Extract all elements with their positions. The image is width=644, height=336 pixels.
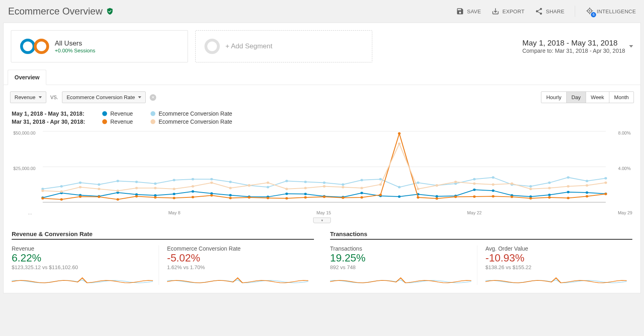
svg-point-40 [116,180,119,182]
svg-point-60 [492,176,495,178]
granularity-week[interactable]: Week [586,92,609,103]
export-button[interactable]: EXPORT [491,7,524,15]
svg-point-45 [210,178,213,180]
chart-legend: May 1, 2018 - May 31, 2018: Revenue Ecom… [4,110,640,129]
svg-point-22 [360,192,363,194]
svg-point-128 [605,182,607,184]
vs-label: VS. [50,95,58,100]
date-range-picker[interactable]: May 1, 2018 - May 31, 2018 Compare to: M… [522,39,633,54]
metric-card[interactable]: Revenue6.22%$123,325.12 vs $116,102.60 [12,245,159,285]
metric-card[interactable]: Avg. Order Value-10.93%$138.26 vs $155.2… [485,245,632,285]
svg-point-95 [567,197,570,199]
svg-point-104 [154,187,157,189]
metric-detail: 892 vs 748 [330,264,471,270]
metric-sparkline [167,274,308,285]
granularity-hourly[interactable]: Hourly [541,92,566,103]
svg-point-126 [567,185,570,187]
svg-point-96 [586,195,588,197]
granularity-day[interactable]: Day [566,92,586,103]
date-range-primary: May 1, 2018 - May 31, 2018 [522,39,625,48]
svg-point-12 [173,193,175,195]
main-chart[interactable]: $50,000.00 $25,000.00 8.00% 4.00% [12,129,632,209]
svg-point-32 [548,194,551,196]
chart-expand-handle[interactable]: ▾ [4,217,640,229]
intelligence-icon: 6 [586,7,594,16]
metric-detail: 1.62% vs 1.70% [167,264,308,270]
svg-point-97 [605,193,607,195]
svg-point-80 [285,197,288,199]
xaxis-tick: May 15 [316,210,331,215]
svg-point-52 [342,183,345,186]
granularity-toggle: HourlyDayWeekMonth [541,91,634,103]
xaxis-tick: May 8 [168,210,180,215]
save-label: SAVE [467,8,481,15]
share-icon [535,7,543,15]
svg-point-94 [548,196,551,199]
xaxis-tick: May 29 [618,210,632,215]
metric-name: Avg. Order Value [485,245,627,252]
svg-point-56 [417,182,419,184]
legend-dot-icon [151,111,155,116]
metric-card[interactable]: Ecommerce Conversion Rate-5.02%1.62% vs … [167,245,314,285]
metric-name: Transactions [330,245,471,252]
yaxis-left-tick: $25,000.00 [13,166,35,171]
svg-point-55 [398,186,401,189]
svg-point-1 [589,10,590,11]
xaxis-ticks: …May 8May 15May 22May 29 [4,209,640,217]
metric-a-selector[interactable]: Revenue [10,91,46,103]
svg-point-53 [360,179,363,181]
clear-metric-b-button[interactable]: ✕ [150,94,156,101]
metric-detail: $138.26 vs $155.22 [485,264,627,270]
svg-point-115 [360,187,363,189]
svg-point-50 [304,180,307,183]
metric-card[interactable]: Transactions19.25%892 vs 748 [330,245,477,285]
svg-point-118 [417,188,419,190]
svg-point-72 [135,195,138,197]
intelligence-button[interactable]: 6 INTELLIGENCE [586,7,636,16]
metric-group-title: Transactions [330,229,632,240]
svg-point-15 [229,194,232,196]
save-button[interactable]: SAVE [456,7,481,15]
svg-point-34 [586,191,588,194]
svg-point-37 [60,185,63,187]
svg-point-81 [304,196,307,199]
xaxis-tick: May 22 [467,210,482,215]
svg-point-120 [454,180,457,183]
metric-name: Revenue [12,245,153,252]
svg-point-46 [229,180,232,183]
tab-overview[interactable]: Overview [8,70,46,85]
header-actions: SAVE EXPORT SHARE 6 INTELLIGENCE [456,6,636,17]
metric-sparkline [12,274,153,285]
svg-point-93 [529,197,532,199]
svg-point-112 [304,187,307,189]
caret-down-icon [629,45,633,48]
granularity-month[interactable]: Month [609,92,634,103]
svg-point-42 [154,183,157,185]
svg-point-64 [567,176,570,178]
segment-card-all-users[interactable]: All Users +0.00% Sessions [11,30,188,62]
svg-point-99 [60,191,63,193]
svg-point-19 [304,193,307,195]
svg-point-66 [605,177,607,180]
svg-point-124 [529,188,532,190]
svg-point-121 [473,183,476,185]
segment-subtext: +0.00% Sessions [55,48,95,54]
svg-point-90 [473,195,476,198]
svg-point-92 [510,196,513,198]
svg-point-18 [285,193,288,195]
add-segment-button[interactable]: + Add Segment [195,30,372,62]
svg-point-41 [135,180,138,183]
svg-point-102 [116,189,119,192]
page-title: Ecommerce Overview [8,6,114,17]
share-button[interactable]: SHARE [535,7,564,15]
page-title-text: Ecommerce Overview [8,6,103,17]
add-segment-label: + Add Segment [225,42,272,50]
svg-point-65 [586,180,588,182]
svg-point-33 [567,191,570,193]
svg-point-111 [285,188,288,190]
svg-point-87 [417,196,419,199]
metric-b-selector[interactable]: Ecommerce Conversion Rate [62,91,146,103]
dropdown-caret-icon [138,96,141,98]
segment-row: All Users +0.00% Sessions + Add Segment … [4,23,640,70]
svg-point-98 [41,189,44,192]
